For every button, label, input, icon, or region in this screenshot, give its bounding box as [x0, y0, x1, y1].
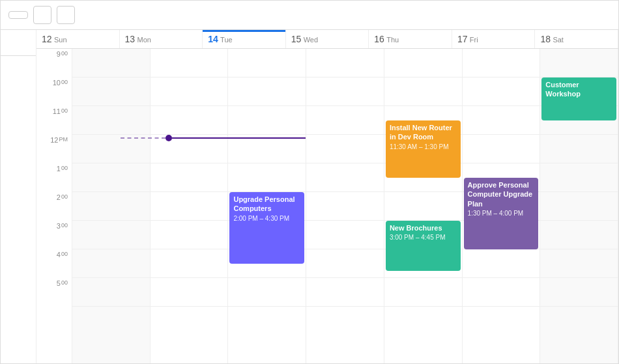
grid-scroll[interactable]: 9001000110012PM100200300400500 Upgrade P… [36, 49, 618, 363]
event-title: Install New Router in Dev Room [390, 123, 457, 142]
hour-cell [72, 249, 150, 278]
event-install-router[interactable]: Install New Router in Dev Room11:30 AM –… [386, 120, 461, 178]
day-column-wed [306, 49, 384, 363]
hour-cell [463, 135, 540, 163]
time-label-11: 1100 [36, 106, 72, 135]
day-header-sun: 12 Sun [36, 30, 120, 48]
event-approve-upgrade-plan[interactable]: Approve Personal Computer Upgrade Plan1:… [464, 178, 539, 249]
prev-button[interactable] [33, 6, 51, 24]
hour-value: 3 [57, 222, 61, 230]
hour-cell [384, 192, 462, 221]
day-name: Fri [470, 36, 478, 44]
time-label-1: 100 [36, 163, 72, 192]
ampm-value: 00 [61, 107, 68, 114]
day-number: 18 [540, 34, 551, 44]
day-header-sat: 18 Sat [535, 30, 618, 48]
ampm-value: 00 [61, 279, 68, 286]
day-number: 14 [208, 34, 218, 44]
time-label-2: 200 [36, 192, 72, 221]
hour-cell [306, 192, 384, 221]
ampm-value: 00 [61, 193, 68, 200]
hour-value: 2 [57, 193, 61, 201]
hour-cell [72, 192, 150, 221]
hour-cell [306, 77, 384, 106]
day-name: Mon [137, 36, 151, 44]
hour-cell [151, 221, 228, 249]
hour-cell [463, 249, 540, 278]
next-button[interactable] [57, 6, 75, 24]
hour-cell [306, 278, 384, 307]
hour-cell [228, 106, 306, 135]
event-time: 2:00 PM – 4:30 PM [233, 215, 300, 222]
hour-cell [72, 135, 150, 163]
event-customer-workshop[interactable]: Customer Workshop [541, 77, 616, 120]
hour-cell [306, 221, 384, 249]
event-time: 3:00 PM – 4:45 PM [390, 234, 457, 241]
calendar-wrapper: 12 Sun13 Mon14 Tue15 Wed16 Thu17 Fri18 S… [0, 0, 619, 364]
hour-cell [540, 192, 618, 221]
hour-cell [540, 278, 618, 307]
hour-cell [540, 249, 618, 278]
hour-cell [463, 106, 540, 135]
hour-cell [384, 278, 462, 307]
hour-cell [151, 106, 228, 135]
day-number: 16 [374, 34, 384, 44]
day-header-tue: 14 Tue [203, 30, 286, 48]
hour-cell [151, 77, 228, 106]
hour-cell [306, 49, 384, 77]
hour-value: 1 [57, 165, 61, 173]
day-number: 12 [42, 34, 52, 44]
hour-cell [384, 77, 462, 106]
day-number: 15 [291, 34, 302, 44]
hour-cell [72, 163, 150, 192]
hour-value: 10 [53, 79, 61, 87]
event-new-brochures[interactable]: New Brochures3:00 PM – 4:45 PM [386, 221, 461, 271]
hour-cell [540, 135, 618, 163]
event-title: Approve Personal Computer Upgrade Plan [468, 180, 535, 208]
hour-cell [228, 49, 306, 77]
hour-value: 11 [53, 107, 61, 115]
hour-cell [72, 221, 150, 249]
day-header-thu: 16 Thu [369, 30, 452, 48]
hour-value: 12 [50, 136, 58, 144]
days-grid: Upgrade Personal Computers2:00 PM – 4:30… [72, 49, 618, 363]
hour-cell [72, 77, 150, 106]
day-column-thu: Install New Router in Dev Room11:30 AM –… [384, 49, 463, 363]
day-name: Tue [220, 36, 233, 44]
time-label-4: 400 [36, 249, 72, 278]
day-number: 17 [457, 34, 468, 44]
time-label-3: 300 [36, 221, 72, 249]
hour-cell [463, 77, 540, 106]
day-column-mon [151, 49, 229, 363]
hour-cell [151, 49, 228, 77]
day-column-tue: Upgrade Personal Computers2:00 PM – 4:30… [228, 49, 306, 363]
hour-cell [228, 278, 306, 307]
time-labels: 9001000110012PM100200300400500 [36, 49, 72, 363]
hour-cell [72, 278, 150, 307]
event-time: 11:30 AM – 1:30 PM [390, 143, 457, 150]
hour-cell [151, 135, 228, 163]
hour-cell [228, 77, 306, 106]
hour-value: 5 [57, 279, 61, 287]
days-area: 12 Sun13 Mon14 Tue15 Wed16 Thu17 Fri18 S… [36, 30, 618, 363]
day-name: Sat [553, 36, 564, 44]
day-name: Wed [304, 36, 318, 44]
event-title: Customer Workshop [545, 80, 612, 99]
event-upgrade-computers[interactable]: Upgrade Personal Computers2:00 PM – 4:30… [229, 192, 304, 264]
ampm-value: 00 [61, 79, 68, 85]
hour-cell [306, 106, 384, 135]
day-column-fri: Approve Personal Computer Upgrade Plan1:… [463, 49, 541, 363]
hour-cell [151, 192, 228, 221]
ampm-value: 00 [61, 251, 68, 257]
time-label-10: 1000 [36, 77, 72, 106]
hour-cell [540, 49, 618, 77]
ampm-value: 00 [61, 165, 68, 171]
ampm-value: 00 [61, 222, 68, 229]
hour-cell [228, 163, 306, 192]
hour-cell [463, 278, 540, 307]
ampm-value: PM [59, 136, 68, 143]
date-range[interactable] [80, 12, 91, 18]
hour-cell [306, 163, 384, 192]
today-button[interactable] [8, 11, 28, 19]
day-column-sat: Customer Workshop [540, 49, 618, 363]
